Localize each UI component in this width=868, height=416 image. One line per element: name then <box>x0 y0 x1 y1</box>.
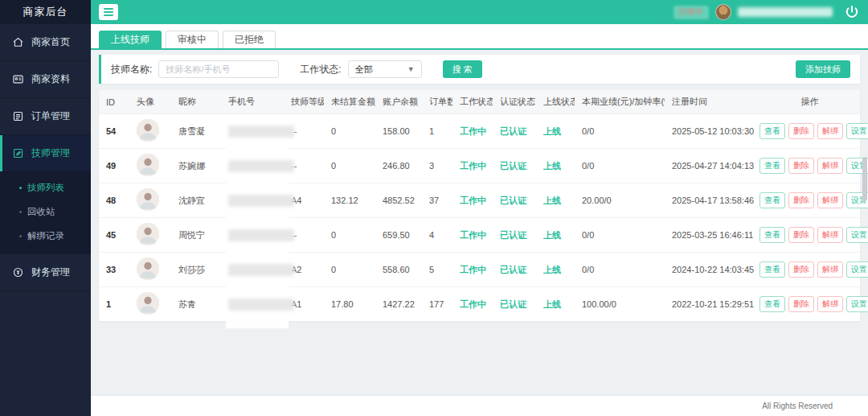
action-delete-button[interactable]: 删除 <box>788 123 814 139</box>
cell-balance: 246.80 <box>375 149 422 183</box>
content: 上线技师 审核中 已拒绝 技师名称: 工作状态: 全部 ▼ 搜 索 添加技师 <box>91 24 868 416</box>
sidebar-subitem-technician-list[interactable]: 技师列表 <box>0 175 91 200</box>
sidebar-item-profile[interactable]: 商家资料 <box>0 61 91 98</box>
cell-balance: 4852.52 <box>375 183 422 218</box>
action-settings-button[interactable]: 设置 <box>846 227 868 243</box>
tab-rejected[interactable]: 已拒绝 <box>223 31 276 48</box>
table-row: 1 苏青 A1 17.80 1427.22 177 工作中 已认证 上线 100… <box>99 287 860 322</box>
cell-orders: 1 <box>422 114 452 149</box>
cell-work-status: 工作中 <box>452 253 493 287</box>
action-unbind-button[interactable]: 解绑 <box>817 123 843 139</box>
sidebar-item-label: 订单管理 <box>31 109 70 123</box>
col-header-work-status: 工作状态 <box>452 90 493 114</box>
cell-actions: 查看删除解绑设置 <box>760 287 860 322</box>
topbar: 打烊中 <box>91 0 868 24</box>
cell-phone <box>221 114 284 149</box>
sidebar-item-finance[interactable]: 财务管理 <box>0 254 91 291</box>
tab-under-review[interactable]: 审核中 <box>166 31 219 48</box>
action-view-button[interactable]: 查看 <box>760 296 785 312</box>
table-row: 45 周悦宁 -- 0 659.50 4 工作中 已认证 上线 0/0 2025… <box>99 218 860 253</box>
action-view-button[interactable]: 查看 <box>760 227 785 243</box>
hamburger-menu-button[interactable] <box>99 4 118 20</box>
action-settings-button[interactable]: 设置 <box>846 262 868 278</box>
cell-orders: 3 <box>422 149 452 183</box>
action-unbind-button[interactable]: 解绑 <box>817 296 843 312</box>
phone-redacted <box>228 126 294 138</box>
row-actions: 查看删除解绑设置 <box>760 296 868 312</box>
sidebar-item-home[interactable]: 商家首页 <box>0 24 91 61</box>
action-delete-button[interactable]: 删除 <box>788 158 814 174</box>
table-row: 54 唐雪凝 -- 0 158.00 1 工作中 已认证 上线 0/0 2025… <box>99 114 860 149</box>
sidebar-item-orders[interactable]: 订单管理 <box>0 98 91 135</box>
col-header-avatar: 头像 <box>129 90 171 114</box>
col-header-id: ID <box>99 90 129 114</box>
action-delete-button[interactable]: 删除 <box>788 296 814 312</box>
power-icon[interactable] <box>844 4 860 20</box>
cell-online-status: 上线 <box>536 149 575 183</box>
work-status-select[interactable]: 全部 ▼ <box>348 60 422 78</box>
cell-registered: 2025-03-25 16:46:11 <box>665 218 760 253</box>
cell-phone <box>221 253 284 287</box>
technician-name-input[interactable] <box>158 60 279 78</box>
action-view-button[interactable]: 查看 <box>760 192 785 208</box>
action-delete-button[interactable]: 删除 <box>788 192 814 208</box>
footer: All Rights Reserved <box>91 395 868 416</box>
cell-online-status: 上线 <box>536 287 575 322</box>
action-unbind-button[interactable]: 解绑 <box>817 192 843 208</box>
col-header-auth-status: 认证状态 <box>493 90 536 114</box>
cell-auth-status: 已认证 <box>493 149 536 183</box>
col-header-level: 技师等级 <box>284 90 324 114</box>
cell-id: 1 <box>99 287 129 322</box>
cell-balance: 558.60 <box>375 253 422 287</box>
main-area: 打烊中 上线技师 审核中 已拒绝 技师名称: 工作状态: 全部 ▼ <box>91 0 868 416</box>
cell-performance: 0/0 <box>575 149 665 183</box>
phone-redacted <box>228 195 294 207</box>
action-delete-button[interactable]: 删除 <box>788 227 814 243</box>
add-technician-button[interactable]: 添加技师 <box>796 60 850 78</box>
cell-registered: 2025-04-17 13:58:46 <box>665 183 760 218</box>
row-actions: 查看删除解绑设置 <box>760 227 868 243</box>
cell-registered: 2025-05-12 10:03:30 <box>665 114 760 149</box>
col-header-unsettled: 未结算金额 <box>324 90 375 114</box>
action-settings-button[interactable]: 设置 <box>846 123 868 139</box>
cell-registered: 2024-10-22 14:03:45 <box>665 253 760 287</box>
cell-orders: 4 <box>422 218 452 253</box>
cell-unsettled: 0 <box>324 149 375 183</box>
col-header-nickname: 昵称 <box>171 90 221 114</box>
cell-auth-status: 已认证 <box>493 253 536 287</box>
sidebar-item-technicians[interactable]: 技师管理 <box>0 135 91 172</box>
cell-actions: 查看删除解绑设置 <box>760 253 860 287</box>
col-header-performance: 本期业绩(元)/加钟率(%) <box>575 90 665 114</box>
technician-avatar <box>137 257 159 280</box>
action-view-button[interactable]: 查看 <box>760 123 785 139</box>
edit-icon <box>12 147 24 159</box>
cell-work-status: 工作中 <box>452 218 493 253</box>
action-settings-button[interactable]: 设置 <box>846 296 868 312</box>
action-view-button[interactable]: 查看 <box>760 262 785 278</box>
cell-work-status: 工作中 <box>452 287 493 322</box>
action-unbind-button[interactable]: 解绑 <box>817 227 843 243</box>
scrollbar-thumb[interactable] <box>862 157 867 201</box>
action-unbind-button[interactable]: 解绑 <box>817 158 843 174</box>
phone-redacted <box>228 264 294 276</box>
chevron-down-icon: ▼ <box>407 65 415 73</box>
user-avatar[interactable] <box>715 4 731 20</box>
action-unbind-button[interactable]: 解绑 <box>817 262 843 278</box>
sidebar-subitem-recycle-bin[interactable]: 回收站 <box>0 200 91 224</box>
action-view-button[interactable]: 查看 <box>760 158 785 174</box>
cell-avatar <box>129 149 171 183</box>
app-title: 商家后台 <box>0 0 91 24</box>
sidebar-subitem-unbind-records[interactable]: 解绑记录 <box>0 224 91 248</box>
cell-orders: 5 <box>422 253 452 287</box>
cell-avatar <box>129 287 171 322</box>
technician-avatar <box>137 223 159 245</box>
cell-auth-status: 已认证 <box>493 114 536 149</box>
search-button[interactable]: 搜 索 <box>443 60 482 78</box>
shop-state-button[interactable]: 打烊中 <box>674 6 709 19</box>
cell-auth-status: 已认证 <box>493 287 536 322</box>
cell-balance: 158.00 <box>375 114 422 149</box>
action-delete-button[interactable]: 删除 <box>788 262 814 278</box>
finance-icon <box>12 266 24 278</box>
tab-online-technicians[interactable]: 上线技师 <box>99 31 162 48</box>
row-actions: 查看删除解绑设置 <box>760 262 868 278</box>
